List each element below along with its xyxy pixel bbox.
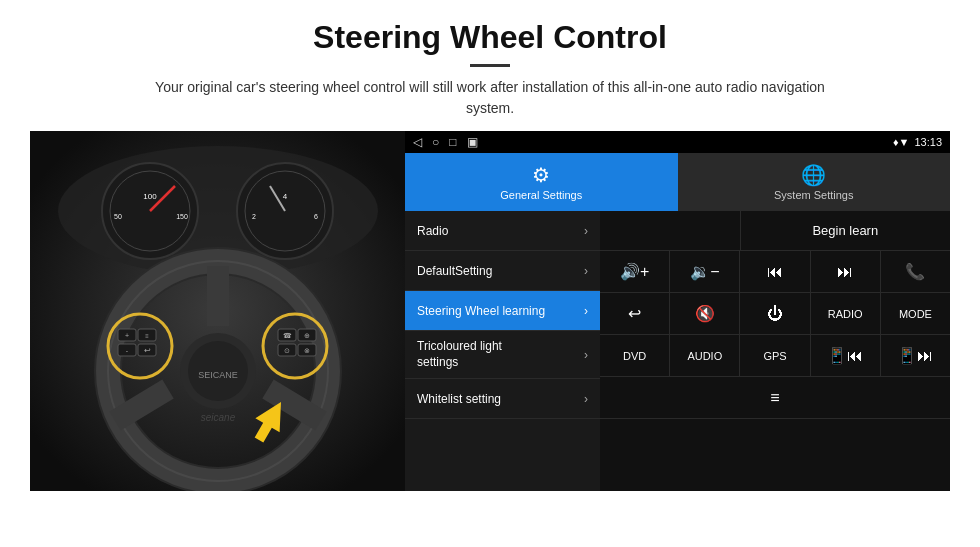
svg-text:⊕: ⊕: [304, 332, 310, 339]
title-divider: [470, 64, 510, 67]
svg-text:⊗: ⊗: [304, 347, 310, 354]
svg-text:2: 2: [252, 213, 256, 220]
vol-up-button[interactable]: 🔊+: [600, 251, 670, 292]
menu-item-steering-label: Steering Wheel learning: [417, 304, 545, 318]
menu-icon[interactable]: ▣: [467, 135, 478, 149]
gps-button[interactable]: GPS: [740, 335, 810, 376]
menu-item-tricoloured-label: Tricoloured lightsettings: [417, 339, 502, 370]
menu-item-tricoloured[interactable]: Tricoloured lightsettings ›: [405, 331, 600, 379]
call-icon: 📞: [905, 262, 925, 281]
begin-learn-button[interactable]: Begin learn: [741, 211, 950, 250]
mode-button[interactable]: MODE: [881, 293, 950, 334]
menu-grid-button[interactable]: ≡: [600, 377, 950, 418]
power-icon: ⏻: [767, 305, 783, 323]
svg-text:seicane: seicane: [201, 412, 236, 423]
main-split: Radio › DefaultSetting › Steering Wheel …: [405, 211, 950, 491]
svg-text:6: 6: [314, 213, 318, 220]
svg-text:150: 150: [176, 213, 188, 220]
svg-text:≡: ≡: [145, 333, 149, 339]
svg-text:⊙: ⊙: [284, 347, 290, 354]
menu-list-icon: ≡: [770, 389, 779, 407]
svg-text:4: 4: [283, 192, 288, 201]
tab-general[interactable]: ⚙ General Settings: [405, 153, 678, 211]
audio-button[interactable]: AUDIO: [670, 335, 740, 376]
radio-label: RADIO: [828, 308, 863, 320]
gps-label: GPS: [763, 350, 786, 362]
recents-icon[interactable]: □: [449, 135, 456, 149]
dvd-label: DVD: [623, 350, 646, 362]
content-area: 100 50 150 4 2 6: [30, 131, 950, 491]
prev-track-button[interactable]: ⏮: [740, 251, 810, 292]
grid-row-2: ↩ 🔇 ⏻ RADIO MODE: [600, 293, 950, 335]
menu-item-default[interactable]: DefaultSetting ›: [405, 251, 600, 291]
chevron-right-icon: ›: [584, 304, 588, 318]
svg-text:100: 100: [143, 192, 157, 201]
status-bar: ◁ ○ □ ▣ ♦▼ 13:13: [405, 131, 950, 153]
title-section: Steering Wheel Control Your original car…: [30, 18, 950, 119]
svg-text:SEICANE: SEICANE: [198, 370, 238, 380]
blank-cell: [600, 211, 741, 250]
grid-row-3: DVD AUDIO GPS 📱⏮ 📱⏭: [600, 335, 950, 377]
top-row: Begin learn: [600, 211, 950, 251]
phone-next-button[interactable]: 📱⏭: [881, 335, 950, 376]
mode-label: MODE: [899, 308, 932, 320]
audio-label: AUDIO: [687, 350, 722, 362]
menu-item-radio[interactable]: Radio ›: [405, 211, 600, 251]
subtitle: Your original car's steering wheel contr…: [140, 77, 840, 119]
chevron-right-icon: ›: [584, 224, 588, 238]
system-settings-icon: 🌐: [801, 163, 826, 187]
vol-down-button[interactable]: 🔉−: [670, 251, 740, 292]
back-icon[interactable]: ◁: [413, 135, 422, 149]
tab-bar: ⚙ General Settings 🌐 System Settings: [405, 153, 950, 211]
chevron-right-icon: ›: [584, 348, 588, 362]
next-track-button[interactable]: ⏭: [811, 251, 881, 292]
android-panel: ◁ ○ □ ▣ ♦▼ 13:13 ⚙ General Settings 🌐: [405, 131, 950, 491]
menu-item-radio-label: Radio: [417, 224, 448, 238]
svg-text:↩: ↩: [144, 346, 151, 355]
page-container: Steering Wheel Control Your original car…: [0, 0, 980, 501]
car-image-area: 100 50 150 4 2 6: [30, 131, 405, 491]
prev-track-icon: ⏮: [767, 263, 783, 281]
status-icons-left: ◁ ○ □ ▣: [413, 135, 478, 149]
svg-text:50: 50: [114, 213, 122, 220]
chevron-right-icon: ›: [584, 392, 588, 406]
svg-text:+: +: [125, 332, 129, 339]
signal-icon: ♦▼: [893, 136, 910, 148]
call-button[interactable]: 📞: [881, 251, 950, 292]
grid-row-1: 🔊+ 🔉− ⏮ ⏭ 📞: [600, 251, 950, 293]
menu-item-default-label: DefaultSetting: [417, 264, 492, 278]
tab-system[interactable]: 🌐 System Settings: [678, 153, 951, 211]
menu-item-steering[interactable]: Steering Wheel learning ›: [405, 291, 600, 331]
begin-learn-label: Begin learn: [812, 223, 878, 238]
right-grid: Begin learn 🔊+ 🔉− ⏮: [600, 211, 950, 491]
grid-row-4: ≡: [600, 377, 950, 419]
radio-button[interactable]: RADIO: [811, 293, 881, 334]
car-background: 100 50 150 4 2 6: [30, 131, 405, 491]
phone-prev-button[interactable]: 📱⏮: [811, 335, 881, 376]
page-title: Steering Wheel Control: [30, 18, 950, 56]
vol-down-icon: 🔉−: [690, 262, 719, 281]
mute-button[interactable]: 🔇: [670, 293, 740, 334]
svg-text:☎: ☎: [283, 332, 292, 339]
clock: 13:13: [914, 136, 942, 148]
phone-next-icon: 📱⏭: [897, 346, 933, 365]
general-settings-icon: ⚙: [532, 163, 550, 187]
status-right: ♦▼ 13:13: [893, 136, 942, 148]
menu-item-whitelist[interactable]: Whitelist setting ›: [405, 379, 600, 419]
vol-up-icon: 🔊+: [620, 262, 649, 281]
mute-icon: 🔇: [695, 304, 715, 323]
hangup-button[interactable]: ↩: [600, 293, 670, 334]
hangup-icon: ↩: [628, 304, 641, 323]
phone-prev-icon: 📱⏮: [827, 346, 863, 365]
power-button[interactable]: ⏻: [740, 293, 810, 334]
left-menu: Radio › DefaultSetting › Steering Wheel …: [405, 211, 600, 491]
home-icon[interactable]: ○: [432, 135, 439, 149]
chevron-right-icon: ›: [584, 264, 588, 278]
tab-general-label: General Settings: [500, 189, 582, 201]
dvd-button[interactable]: DVD: [600, 335, 670, 376]
next-track-icon: ⏭: [837, 263, 853, 281]
menu-item-whitelist-label: Whitelist setting: [417, 392, 501, 406]
tab-system-label: System Settings: [774, 189, 853, 201]
